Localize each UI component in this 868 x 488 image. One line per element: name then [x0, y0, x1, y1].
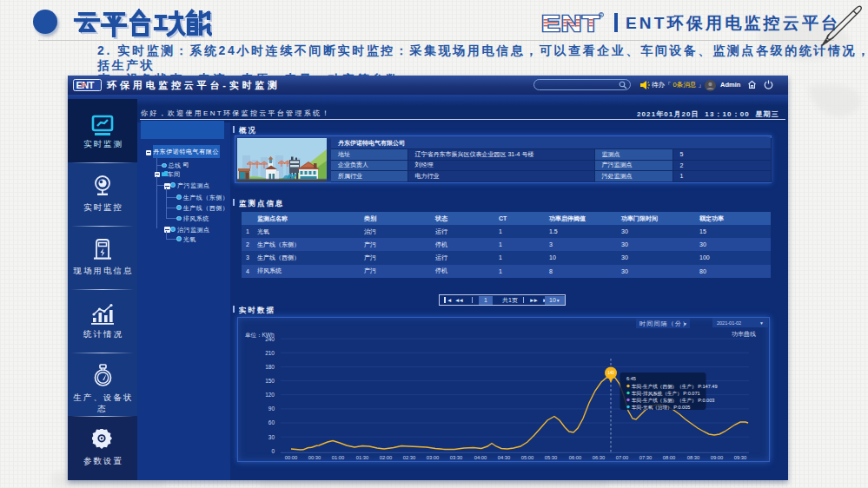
svg-text:08:00: 08:00: [663, 455, 676, 460]
svg-text:▼: ▼: [759, 320, 764, 326]
svg-text:00:30: 00:30: [308, 455, 321, 460]
svg-text:08:30: 08:30: [687, 455, 700, 460]
svg-text:120: 120: [265, 392, 275, 398]
svg-text:ENT: ENT: [541, 11, 600, 36]
svg-text:车间-光氧（治理） P:0.005: 车间-光氧（治理） P:0.005: [632, 405, 690, 411]
svg-text:▼: ▼: [683, 321, 687, 326]
svg-text:2021-01-02: 2021-01-02: [717, 320, 741, 326]
svg-text:04:30: 04:30: [498, 455, 511, 460]
svg-text:05:00: 05:00: [521, 455, 534, 460]
svg-text:ENT: ENT: [76, 80, 95, 90]
svg-text:00:00: 00:00: [285, 455, 298, 460]
svg-text:06:00: 06:00: [569, 455, 582, 460]
svg-text:03:00: 03:00: [427, 455, 440, 460]
svg-text:180: 180: [265, 364, 275, 370]
svg-text:07:30: 07:30: [639, 455, 653, 460]
svg-text:03:30: 03:30: [450, 455, 463, 460]
svg-text:02:30: 02:30: [403, 455, 416, 460]
svg-text:30: 30: [268, 434, 275, 440]
svg-text:02:00: 02:00: [380, 455, 393, 460]
svg-text:07:00: 07:00: [616, 455, 629, 460]
svg-text:09:00: 09:00: [711, 455, 724, 460]
svg-text:时间间隔（分）: 时间间隔（分）: [639, 320, 689, 327]
svg-text:车间-生产线（东侧）（生产） P:0.003: 车间-生产线（东侧）（生产） P:0.003: [632, 398, 714, 404]
svg-text:车间-生产线（西侧）（生产） P:147.49: 车间-生产线（西侧）（生产） P:147.49: [632, 384, 718, 390]
svg-text:90: 90: [268, 406, 275, 412]
svg-text:210: 210: [265, 350, 275, 356]
svg-text:09:30: 09:30: [734, 455, 747, 460]
svg-text:140: 140: [607, 371, 614, 375]
svg-text:01:00: 01:00: [332, 455, 345, 460]
svg-text:150: 150: [265, 378, 275, 384]
svg-text:06:30: 06:30: [593, 455, 606, 460]
svg-text:0: 0: [271, 448, 275, 454]
svg-text:60: 60: [268, 419, 275, 425]
svg-text:04:00: 04:00: [474, 455, 487, 460]
svg-text:05:30: 05:30: [545, 455, 558, 460]
svg-text:01:30: 01:30: [356, 455, 369, 460]
svg-text:6:45: 6:45: [626, 376, 636, 381]
svg-text:功率曲线: 功率曲线: [732, 331, 756, 338]
svg-text:车间-排风系统（生产） P:0.071: 车间-排风系统（生产） P:0.071: [632, 391, 700, 397]
svg-text:240: 240: [265, 336, 275, 342]
